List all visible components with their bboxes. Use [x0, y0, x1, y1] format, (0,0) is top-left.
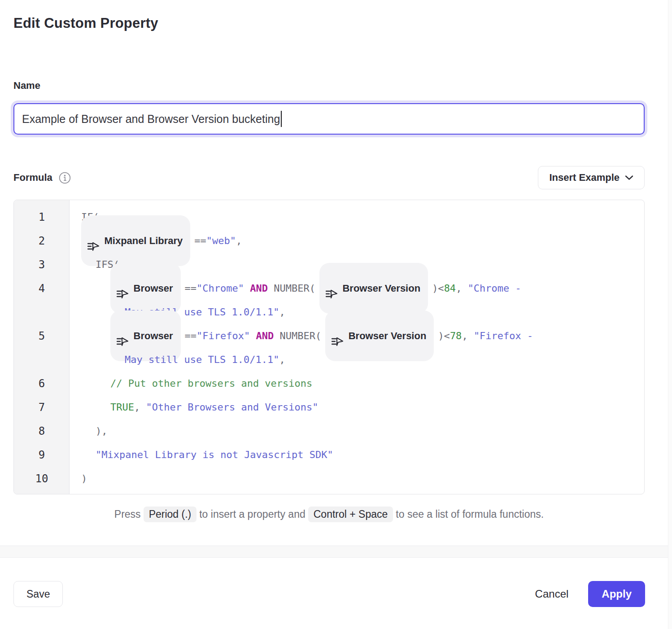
- formula-editor[interactable]: 1IF(2 Mixpanel Library=="web",3IFS(4 Bro…: [13, 200, 645, 494]
- code-token: ,: [279, 354, 285, 365]
- code-token: ,: [236, 235, 242, 246]
- code-token: May still use TLS 1.0/1.1": [125, 354, 279, 365]
- footer-divider: [0, 546, 672, 558]
- apply-button[interactable]: Apply: [588, 581, 645, 607]
- line-number: 8: [14, 425, 70, 437]
- code-token: "Chrome": [196, 283, 244, 294]
- formula-label: Formula: [13, 172, 52, 183]
- property-chip-label: Mixpanel Library: [105, 235, 183, 247]
- property-cursor-icon: [326, 266, 338, 310]
- property-chip-label: Browser Version: [349, 330, 427, 342]
- line-number: 4: [14, 282, 70, 295]
- code-token: ==: [185, 330, 197, 341]
- code-line: 10): [14, 467, 644, 490]
- code-token: )<: [432, 283, 444, 294]
- line-number: 2: [14, 235, 70, 247]
- text-caret: [281, 111, 282, 127]
- code-token: "Firefox -: [474, 330, 533, 341]
- code-line: 8),: [14, 419, 644, 443]
- code-line: 7TRUE, "Other Browsers and Versions": [14, 395, 644, 419]
- code-token: "Chrome -: [468, 283, 521, 294]
- code-token: AND: [256, 330, 274, 341]
- code-token: "Other Browsers and Versions": [146, 402, 318, 413]
- property-chip-label: Browser: [134, 283, 173, 294]
- line-number: 7: [14, 401, 70, 414]
- code-token: "Mixpanel Library is not Javascript SDK": [96, 449, 333, 460]
- code-token: ),: [96, 425, 108, 437]
- code-token: "web": [206, 235, 236, 246]
- code-token: )<: [438, 330, 450, 341]
- code-token: ==: [185, 283, 197, 294]
- insert-example-label: Insert Example: [549, 172, 620, 183]
- line-number: 3: [14, 258, 70, 271]
- info-icon[interactable]: [59, 172, 71, 184]
- code-token: TRUE: [110, 402, 134, 413]
- code-token: 78: [450, 330, 462, 341]
- name-input-value: Example of Browser and Browser Version b…: [22, 113, 280, 126]
- chevron-down-icon: [625, 175, 633, 180]
- insert-example-button[interactable]: Insert Example: [538, 166, 645, 189]
- code-token: ): [81, 473, 87, 484]
- line-number: 6: [14, 377, 70, 390]
- code-token: [250, 330, 256, 341]
- code-token: NUMBER(: [268, 283, 315, 294]
- property-cursor-icon: [117, 266, 129, 310]
- code-token: ,: [462, 330, 474, 341]
- code-token: // Put other browsers and versions: [110, 378, 312, 389]
- key-badge-period: Period (.): [144, 507, 197, 522]
- property-cursor-icon: [117, 314, 129, 358]
- editor-hint-text: PressPeriod (.)to insert a property andC…: [13, 507, 645, 522]
- page-title: Edit Custom Property: [13, 15, 645, 31]
- code-token: NUMBER(: [274, 330, 321, 341]
- code-line: 6// Put other browsers and versions: [14, 371, 644, 395]
- code-token: ,: [134, 402, 146, 413]
- line-number: 1: [14, 211, 70, 223]
- name-label: Name: [13, 80, 645, 92]
- line-number: 9: [14, 449, 70, 461]
- line-number: 5: [14, 330, 70, 342]
- property-cursor-icon: [332, 314, 344, 358]
- property-chip-label: Browser Version: [342, 283, 420, 294]
- code-token: 84: [444, 283, 456, 294]
- code-token: AND: [250, 283, 268, 294]
- code-line: 9"Mixpanel Library is not Javascript SDK…: [14, 443, 644, 467]
- code-token: "Firefox": [196, 330, 250, 341]
- property-cursor-icon: [87, 219, 100, 262]
- code-line: 5 Browser=="Firefox" AND NUMBER( Browser…: [14, 324, 644, 348]
- code-token: ,: [456, 283, 468, 294]
- code-line: 2 Mixpanel Library=="web",: [14, 229, 644, 253]
- save-button[interactable]: Save: [13, 581, 63, 607]
- line-number: 10: [14, 472, 70, 485]
- code-token: [244, 283, 250, 294]
- cancel-button[interactable]: Cancel: [535, 588, 569, 600]
- code-token: ==: [194, 235, 206, 246]
- code-line: 4 Browser=="Chrome" AND NUMBER( Browser …: [14, 276, 644, 300]
- scrollbar-track[interactable]: [668, 0, 672, 629]
- key-badge-ctrl-space: Control + Space: [308, 507, 393, 522]
- property-chip-label: Browser: [134, 330, 173, 342]
- name-input[interactable]: Example of Browser and Browser Version b…: [13, 103, 645, 135]
